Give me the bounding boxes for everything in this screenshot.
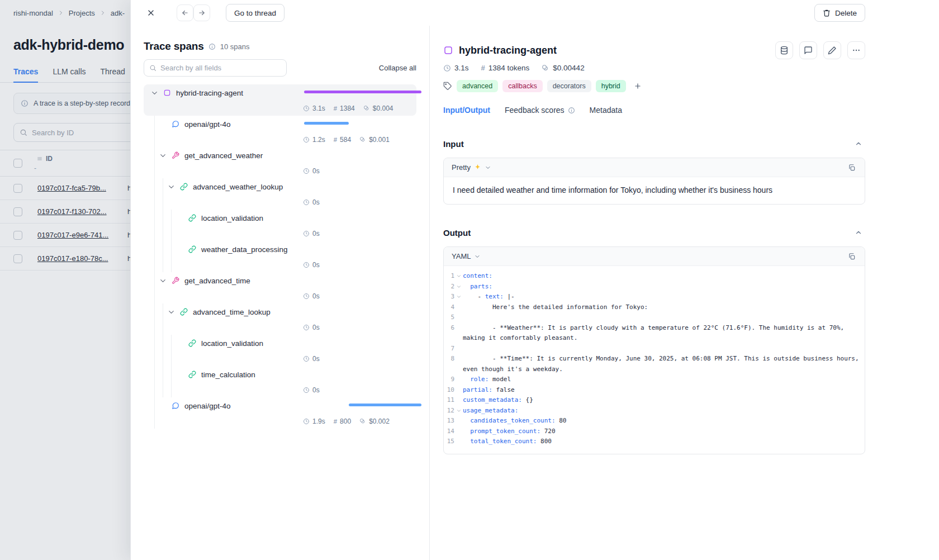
chevron-spacer: [176, 371, 184, 379]
row-checkbox[interactable]: [13, 254, 22, 263]
table-row[interactable]: 0197c017-f130-702...h: [0, 200, 130, 224]
code-line: 15 total_token_count: 800: [447, 436, 860, 447]
code-content: parts:: [463, 282, 492, 292]
chevron-up-icon: [855, 140, 862, 148]
id-column-header[interactable]: ID -: [37, 155, 53, 172]
line-number: 11: [447, 395, 454, 406]
breadcrumb-item[interactable]: adk-: [111, 9, 125, 17]
span-row[interactable]: location_validation0s: [144, 210, 416, 241]
row-checkbox[interactable]: [13, 184, 22, 193]
span-row[interactable]: hybrid-tracing-agent3.1s#1384$0.004: [144, 84, 416, 116]
background-content: rishi-mondalProjectsadk- adk-hybrid-demo…: [0, 0, 130, 270]
tab-label: Feedback scores: [505, 106, 565, 115]
coins-icon: [359, 136, 366, 143]
expand-chevron-icon[interactable]: [167, 183, 176, 191]
table-row[interactable]: 0197c017-fca5-79b...h: [0, 177, 130, 200]
line-number: 13: [447, 416, 454, 426]
copy-icon: [848, 164, 856, 172]
span-row[interactable]: openai/gpt-4o1.9s#800$0.002: [144, 397, 416, 429]
code-line: 10partial: false: [447, 385, 860, 396]
tab-feedback-scores[interactable]: Feedback scores: [505, 106, 575, 115]
code-line: 4 Here's the detailed information for To…: [447, 302, 860, 313]
collapse-all-button[interactable]: Collapse all: [379, 64, 416, 72]
span-row[interactable]: openai/gpt-4o1.2s#584$0.001: [144, 116, 416, 147]
tool-icon: [172, 151, 179, 159]
span-search-input[interactable]: [160, 64, 272, 72]
output-collapse-button[interactable]: [852, 226, 865, 239]
code-content: total_token_count: 800: [463, 436, 552, 447]
tab-llm-calls[interactable]: LLM calls: [53, 62, 86, 83]
fold-chevron-icon[interactable]: [454, 406, 463, 416]
page-title: adk-hybrid-demo: [13, 37, 130, 53]
tag-row: advancedcallbacksdecoratorshybrid: [443, 79, 865, 93]
trace-id-link[interactable]: 0197c017-e9e6-741...: [37, 231, 108, 239]
tab-metadata[interactable]: Metadata: [590, 106, 622, 115]
copy-output-button[interactable]: [845, 249, 859, 264]
span-row[interactable]: weather_data_processing0s: [144, 241, 416, 272]
span-row[interactable]: get_advanced_weather0s: [144, 147, 416, 178]
tab-label: Input/Output: [443, 106, 490, 115]
tab-traces[interactable]: Traces: [13, 62, 38, 83]
span-main: get_advanced_time: [148, 272, 412, 289]
span-row[interactable]: time_calculation0s: [144, 366, 416, 397]
sparkles-icon: [474, 164, 481, 171]
add-tag-button[interactable]: [630, 79, 645, 93]
detail-tabs: Input/OutputFeedback scoresMetadata: [443, 106, 865, 115]
next-trace-button[interactable]: [193, 4, 210, 21]
span-duration: 1.9s: [312, 417, 325, 425]
tab-label: Metadata: [590, 106, 622, 115]
table-row[interactable]: 0197c017-e9e6-741...h: [0, 224, 130, 247]
span-search-box: [144, 59, 287, 77]
pencil-icon: [828, 46, 837, 55]
span-row[interactable]: advanced_weather_lookup0s: [144, 178, 416, 210]
tag-list: advancedcallbacksdecoratorshybrid: [457, 80, 626, 92]
edit-button[interactable]: [823, 41, 841, 59]
table-row[interactable]: 0197c017-e180-78c...h: [0, 247, 130, 270]
go-to-thread-button[interactable]: Go to thread: [226, 4, 284, 22]
span-row[interactable]: location_validation0s: [144, 335, 416, 366]
span-row[interactable]: advanced_time_lookup0s: [144, 303, 416, 335]
delete-button[interactable]: Delete: [814, 4, 865, 22]
row-checkbox[interactable]: [13, 207, 22, 216]
clock-icon: [303, 418, 310, 425]
prev-trace-button[interactable]: [177, 4, 193, 21]
expand-chevron-icon[interactable]: [159, 151, 167, 160]
trace-id-search-input[interactable]: [32, 129, 130, 137]
fold-chevron-icon[interactable]: [454, 282, 463, 292]
chevron-spacer: [159, 402, 167, 410]
breadcrumb-item[interactable]: rishi-mondal: [13, 9, 53, 17]
span-name: openai/gpt-4o: [184, 402, 231, 410]
chain-icon: [188, 214, 196, 222]
fold-chevron-icon[interactable]: [454, 292, 463, 302]
row-checkbox[interactable]: [13, 231, 22, 240]
select-all-checkbox[interactable]: [13, 159, 22, 168]
code-line: 9 role: model: [447, 374, 860, 385]
tab-thread[interactable]: Thread: [101, 62, 125, 83]
breadcrumb-item[interactable]: Projects: [69, 9, 95, 17]
tab-input-output[interactable]: Input/Output: [443, 106, 490, 115]
add-to-dataset-button[interactable]: [775, 41, 793, 59]
trace-id-link[interactable]: 0197c017-f130-702...: [37, 207, 107, 216]
expand-chevron-icon[interactable]: [150, 89, 159, 97]
input-box: Pretty I need detailed weat: [443, 158, 865, 205]
expand-chevron-icon[interactable]: [159, 277, 167, 285]
close-button[interactable]: [143, 4, 159, 21]
trace-id-link[interactable]: 0197c017-fca5-79b...: [37, 184, 106, 192]
table-body: 0197c017-fca5-79b...h0197c017-f130-702..…: [0, 177, 130, 270]
input-format-select[interactable]: Pretty: [452, 163, 491, 172]
more-actions-button[interactable]: [847, 41, 865, 59]
id-header-label: ID: [46, 155, 53, 163]
input-format-label: Pretty: [452, 163, 471, 172]
fold-chevron-icon[interactable]: [454, 271, 463, 282]
chevron-spacer: [176, 339, 184, 348]
expand-chevron-icon[interactable]: [167, 308, 176, 316]
input-collapse-button[interactable]: [852, 137, 865, 150]
span-row[interactable]: get_advanced_time0s: [144, 272, 416, 303]
output-format-select[interactable]: YAML: [452, 252, 481, 260]
comments-button[interactable]: [799, 41, 817, 59]
span-duration: 0s: [312, 198, 320, 206]
hash-icon: #: [334, 418, 337, 425]
detail-cost: $0.00442: [553, 64, 584, 72]
trace-id-link[interactable]: 0197c017-e180-78c...: [37, 254, 108, 263]
copy-input-button[interactable]: [845, 160, 859, 175]
